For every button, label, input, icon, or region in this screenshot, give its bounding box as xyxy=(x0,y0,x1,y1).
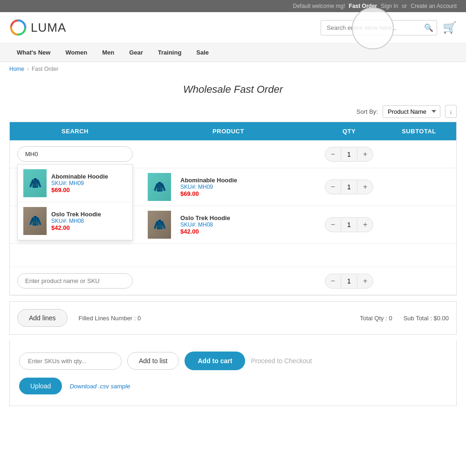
sku-input[interactable] xyxy=(19,352,122,370)
action-section: Add to list Add to cart Proceed to Check… xyxy=(9,340,457,406)
total-qty-stat: Total Qty : 0 xyxy=(360,315,392,322)
selected-sku-2: SKU#: MH09 xyxy=(180,184,237,190)
logo-icon xyxy=(9,19,27,36)
selected-price-2: $69.00 xyxy=(180,190,237,197)
or-text: or xyxy=(402,3,407,9)
selected-price-3: $42.00 xyxy=(180,228,230,235)
selected-thumb-2: 🧥 xyxy=(148,173,171,201)
qty-cell-second: − + xyxy=(316,269,382,293)
product-info-1: Abominable Hoodie SKU#: MH09 $69.00 xyxy=(51,173,108,193)
sort-label: Sort By: xyxy=(356,108,378,115)
product-cell-3: 🧥 Oslo Trek Hoodie SKU#: MH08 $42.00 xyxy=(140,206,316,243)
qty-control-second: − + xyxy=(325,274,374,289)
dropdown-item-2[interactable]: 🧥 Oslo Trek Hoodie SKU#: MH08 $42.00 xyxy=(18,202,132,240)
search-cell-empty xyxy=(10,251,140,260)
product-thumb-1: 🧥 xyxy=(23,169,47,197)
add-lines-button[interactable]: Add lines xyxy=(17,309,68,327)
page-title: Wholesale Fast Order xyxy=(0,76,466,101)
sort-select[interactable]: Product Name Price SKU xyxy=(383,105,440,118)
action-row: Add to list Add to cart Proceed to Check… xyxy=(19,352,447,370)
order-table: SEARCH PRODUCT QTY SUBTOTAL 🧥 xyxy=(9,122,457,296)
table-row-second-search: − + xyxy=(10,267,456,295)
breadcrumb-current: Fast Order xyxy=(32,66,58,72)
breadcrumb: Home › Fast Order xyxy=(0,62,466,76)
proceed-to-checkout-button[interactable]: Proceed to Checkout xyxy=(251,357,312,365)
cart-icon[interactable]: 🛒 xyxy=(443,21,457,34)
nav-item-men[interactable]: Men xyxy=(95,43,122,62)
search-button[interactable]: 🔍 xyxy=(424,23,433,32)
search-dropdown-1: 🧥 Abominable Hoodie SKU#: MH09 $69.00 xyxy=(17,164,133,241)
add-to-cart-button[interactable]: Add to cart xyxy=(185,352,245,370)
nav-item-training[interactable]: Training xyxy=(151,43,189,62)
qty-cell-1: − + xyxy=(316,142,382,166)
product-sku-1: SKU#: MH09 xyxy=(51,180,108,186)
download-csv-link[interactable]: Download .csv sample xyxy=(69,383,130,390)
header-search: SEARCH xyxy=(10,128,140,135)
qty-control-1: − + xyxy=(325,147,374,162)
search-field-wrapper-1 xyxy=(17,146,133,162)
subtotal-cell-3 xyxy=(382,220,456,229)
nav-item-whats-new[interactable]: What's New xyxy=(9,43,58,62)
table-body: 🧥 Abominable Hoodie SKU#: MH09 $69.00 xyxy=(10,140,456,295)
dropdown-item-1[interactable]: 🧥 Abominable Hoodie SKU#: MH09 $69.00 xyxy=(18,165,132,202)
qty-control-3: − + xyxy=(325,217,374,232)
selected-name-3: Oslo Trek Hoodie xyxy=(180,214,230,221)
qty-decrement-2[interactable]: − xyxy=(325,180,341,194)
add-to-list-button[interactable]: Add to list xyxy=(127,352,179,370)
search-field-wrapper-second xyxy=(17,273,133,289)
nav-item-gear[interactable]: Gear xyxy=(122,43,151,62)
subtotal-stat: Sub Total : $0.00 xyxy=(404,315,449,322)
nav-item-sale[interactable]: Sale xyxy=(189,43,216,62)
selected-name-2: Abominable Hoodie xyxy=(180,177,237,184)
main-nav: What's New Women Men Gear Training Sale xyxy=(0,43,466,62)
selected-product-2: 🧥 Abominable Hoodie SKU#: MH09 $69.00 xyxy=(148,173,309,201)
table-row-empty xyxy=(10,244,456,267)
logo-text: LUMA xyxy=(31,21,66,35)
selected-sku-3: SKU#: MH08 xyxy=(180,221,230,228)
selected-product-3: 🧥 Oslo Trek Hoodie SKU#: MH08 $42.00 xyxy=(148,211,309,239)
product-search-input-1[interactable] xyxy=(25,151,125,158)
upload-button[interactable]: Upload xyxy=(19,378,62,394)
product-price-2: $42.00 xyxy=(51,224,101,231)
subtotal-cell-1 xyxy=(382,150,456,159)
nav-item-women[interactable]: Women xyxy=(58,43,95,62)
table-header: SEARCH PRODUCT QTY SUBTOTAL xyxy=(10,122,456,140)
qty-input-2[interactable] xyxy=(341,180,357,193)
qty-increment-1[interactable]: + xyxy=(357,147,373,161)
breadcrumb-home[interactable]: Home xyxy=(9,66,24,72)
selected-thumb-3: 🧥 xyxy=(148,211,171,239)
header: LUMA 🔍 🛒 xyxy=(0,12,466,43)
logo-link[interactable]: LUMA xyxy=(9,19,66,36)
qty-decrement-second[interactable]: − xyxy=(325,274,341,288)
qty-input-second[interactable] xyxy=(341,275,357,288)
sort-bar: Sort By: Product Name Price SKU ↓ xyxy=(0,101,466,122)
upload-row: Upload Download .csv sample xyxy=(19,378,447,394)
qty-decrement-3[interactable]: − xyxy=(325,218,341,232)
selected-info-3: Oslo Trek Hoodie SKU#: MH08 $42.00 xyxy=(180,214,230,235)
product-price-1: $69.00 xyxy=(51,186,108,193)
subtotal-cell-2 xyxy=(382,182,456,192)
product-search-input-second[interactable] xyxy=(25,277,125,284)
qty-increment-second[interactable]: + xyxy=(357,274,373,288)
top-bar: Default welcome mg! Fast Order Sign In o… xyxy=(0,0,466,12)
qty-cell-2: − + xyxy=(316,175,382,199)
fast-order-circle-highlight xyxy=(352,7,394,49)
welcome-text: Default welcome mg! xyxy=(293,3,345,9)
qty-input-1[interactable] xyxy=(341,148,357,161)
qty-increment-3[interactable]: + xyxy=(357,218,373,232)
table-row: 🧥 Abominable Hoodie SKU#: MH09 $69.00 xyxy=(10,140,456,168)
product-info-2: Oslo Trek Hoodie SKU#: MH08 $42.00 xyxy=(51,211,101,231)
qty-increment-2[interactable]: + xyxy=(357,180,373,194)
filled-lines-stat: Filled Lines Number : 0 xyxy=(79,315,141,322)
sign-in-link[interactable]: Sign In xyxy=(381,3,398,9)
qty-decrement-1[interactable]: − xyxy=(325,147,341,161)
sort-direction-button[interactable]: ↓ xyxy=(445,105,457,118)
product-cell-1 xyxy=(140,150,316,159)
qty-cell-3: − + xyxy=(316,213,382,237)
qty-input-3[interactable] xyxy=(341,218,357,231)
selected-info-2: Abominable Hoodie SKU#: MH09 $69.00 xyxy=(180,177,237,197)
product-name-2: Oslo Trek Hoodie xyxy=(51,211,101,218)
create-account-link[interactable]: Create an Account xyxy=(411,3,457,9)
dropdown-scroll: 🧥 Abominable Hoodie SKU#: MH09 $69.00 xyxy=(18,165,132,240)
svg-point-0 xyxy=(10,19,27,36)
